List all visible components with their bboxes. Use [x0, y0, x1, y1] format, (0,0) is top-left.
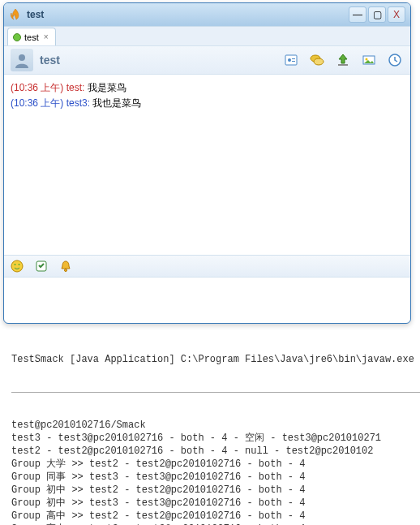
console-line: Group 同事 >> test3 - test3@pc2010102716 -… [11, 471, 420, 484]
user-name: test [40, 54, 282, 67]
console-divider [11, 392, 420, 393]
profile-icon[interactable] [282, 51, 300, 69]
svg-rect-7 [338, 64, 348, 66]
avatar[interactable] [11, 49, 33, 71]
svg-point-2 [288, 58, 291, 62]
history-icon[interactable] [386, 51, 404, 69]
console-header: TestSmack [Java Application] C:\Program … [11, 352, 420, 366]
svg-point-6 [314, 58, 324, 65]
emoji-icon[interactable] [9, 258, 25, 274]
flame-icon [9, 8, 22, 21]
svg-point-9 [366, 58, 368, 61]
message-area[interactable]: (10:36 上午) test: 我是菜鸟(10:36 上午) test3: 我… [4, 75, 410, 255]
close-button[interactable]: X [388, 6, 405, 23]
tab-bar: test × [4, 26, 410, 45]
console-line: Group 初中 >> test3 - test3@pc2010102716 -… [11, 497, 420, 510]
message-line: (10:36 上午) test3: 我也是菜鸟 [11, 97, 404, 110]
console-line: test3 - test3@pc2010102716 - both - 4 - … [11, 432, 420, 445]
tab-active[interactable]: test × [7, 28, 56, 45]
user-header: test [4, 45, 410, 75]
titlebar[interactable]: test — ▢ X [4, 3, 410, 26]
bell-icon[interactable] [58, 258, 74, 274]
svg-point-11 [11, 260, 23, 272]
message-line: (10:36 上午) test: 我是菜鸟 [11, 81, 404, 95]
console-line: test@pc2010102716/Smack [11, 419, 420, 432]
svg-point-12 [15, 264, 16, 265]
list-icon[interactable] [33, 258, 49, 274]
chat-window: test — ▢ X test × test (10:36 上午) test: … [3, 2, 411, 324]
chat-icon[interactable] [308, 51, 326, 69]
console-output: TestSmack [Java Application] C:\Program … [11, 329, 420, 525]
header-toolbar [282, 51, 404, 69]
input-area [4, 278, 410, 316]
console-line: Group 高中 >> test2 - test2@pc2010102716 -… [11, 510, 420, 523]
maximize-button[interactable]: ▢ [368, 6, 386, 23]
svg-point-15 [65, 269, 67, 272]
window-title: test [27, 9, 347, 20]
console-line: Group 初中 >> test2 - test2@pc2010102716 -… [11, 484, 420, 497]
tab-close-button[interactable]: × [42, 32, 50, 41]
upload-icon[interactable] [334, 51, 352, 69]
svg-rect-4 [292, 61, 295, 62]
input-toolbar [4, 255, 410, 278]
picture-icon[interactable] [360, 51, 378, 69]
svg-rect-3 [292, 58, 295, 59]
console-line: Group 大学 >> test2 - test2@pc2010102716 -… [11, 458, 420, 471]
minimize-button[interactable]: — [349, 6, 366, 23]
svg-point-13 [19, 264, 20, 265]
tab-label: test [24, 32, 39, 42]
svg-point-0 [19, 54, 25, 61]
status-dot-icon [13, 33, 21, 41]
console-line: test2 - test2@pc2010102716 - both - 4 - … [11, 445, 420, 458]
message-input[interactable] [7, 279, 407, 313]
